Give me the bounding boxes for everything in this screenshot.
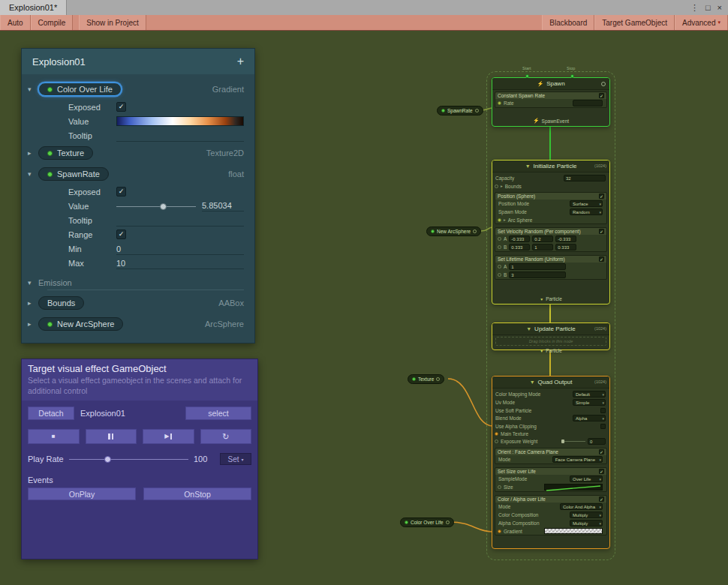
uv-mode-dropdown[interactable]: Simple▾ — [573, 399, 606, 406]
context-toggle-icon[interactable] — [601, 82, 606, 86]
initialize-node-header[interactable]: ▼ Initialize Particle (1024) — [492, 160, 609, 172]
parameter-node-spawnrate[interactable]: SpawnRate — [437, 106, 483, 116]
capacity-field[interactable]: 32 — [564, 175, 606, 182]
color-over-life-pill[interactable]: Color Over Life — [38, 82, 122, 96]
close-icon[interactable]: × — [717, 0, 722, 15]
empty-block-dropzone[interactable]: Drag blocks in this node — [495, 337, 606, 346]
property-row-spawnrate[interactable]: ▾ SpawnRate float — [22, 164, 254, 184]
property-row-bounds[interactable]: ▸ Bounds AABox — [22, 292, 254, 314]
chevron-right-icon[interactable]: ▸ — [28, 149, 38, 157]
color-mode-dropdown[interactable]: Color And Alpha▾ — [560, 503, 603, 510]
tooltip-field[interactable] — [116, 130, 244, 142]
block-enabled-checkbox[interactable]: ✓ — [599, 229, 604, 234]
output-port[interactable] — [446, 520, 450, 524]
use-alpha-clipping-checkbox[interactable] — [600, 424, 606, 429]
chevron-down-icon[interactable]: ▾ — [28, 170, 38, 178]
rate-input-port[interactable] — [498, 101, 501, 105]
spawn-node-header[interactable]: ⚡ Spawn — [492, 78, 609, 90]
exposed-checkbox[interactable]: ✓ — [116, 102, 126, 112]
min-field[interactable]: 0 — [116, 243, 244, 255]
block-enabled-checkbox[interactable]: ✓ — [599, 496, 604, 502]
spawn-context-node[interactable]: ⚡ Spawn Constant Spawn Rate ✓ Rate ⚡ Spa — [492, 77, 610, 127]
color-composition-dropdown[interactable]: Multiply▾ — [570, 512, 603, 518]
update-context-node[interactable]: ▼ Update Particle (1024) Drag blocks in … — [492, 322, 610, 350]
blackboard-toggle-button[interactable]: Blackboard — [542, 15, 594, 30]
initialize-output-pin[interactable]: ▼ Particle — [492, 295, 609, 304]
chevron-right-icon[interactable]: ▸ — [28, 299, 38, 307]
detach-button[interactable]: Detach — [28, 406, 74, 420]
rate-field[interactable] — [573, 100, 603, 106]
max-field[interactable]: 10 — [116, 257, 244, 269]
auto-button[interactable]: Auto — [0, 15, 31, 30]
play-rate-slider[interactable] — [69, 454, 188, 464]
property-row-new-arcsphere[interactable]: ▸ New ArcSphere ArcSphere — [22, 314, 254, 334]
compile-button[interactable]: Compile — [31, 15, 74, 30]
step-button[interactable]: ▶ — [143, 429, 194, 444]
parameter-node-color-over-life[interactable]: Color Over Life — [400, 518, 454, 527]
arcsphere-input-port[interactable] — [498, 218, 501, 222]
set-velocity-random-block[interactable]: Set Velocity Random (Per component) ✓ A … — [495, 227, 607, 252]
output-node-header[interactable]: ▼ Quad Output (1024) — [492, 376, 609, 388]
pause-button[interactable] — [86, 429, 137, 444]
onstop-button[interactable]: OnStop — [143, 488, 251, 500]
set-lifetime-random-block[interactable]: Set Lifetime Random (Uniform) ✓ A 1 B 3 — [495, 255, 607, 280]
property-row-color-over-life[interactable]: ▾ Color Over Life Gradient — [22, 79, 254, 100]
exposed-checkbox[interactable]: ✓ — [116, 187, 126, 196]
update-node-header[interactable]: ▼ Update Particle (1024) — [492, 323, 609, 335]
graph-canvas[interactable]: Start Stop ⚡ Spawn Constant Spawn Rate ✓… — [0, 31, 728, 585]
output-port[interactable] — [473, 230, 477, 233]
velocity-a-port[interactable] — [498, 237, 501, 241]
lifetime-a-field[interactable]: 1 — [509, 263, 566, 270]
start-pin[interactable] — [525, 74, 529, 78]
lifetime-b-port[interactable] — [498, 273, 501, 277]
velocity-a-y-field[interactable]: 0.2 — [532, 236, 553, 242]
spawnrate-slider[interactable] — [116, 201, 196, 212]
velocity-b-x-field[interactable]: 0.333 — [509, 244, 530, 250]
sample-mode-dropdown[interactable]: Over Life▾ — [570, 476, 603, 482]
gradient-field[interactable] — [544, 528, 603, 534]
spawnrate-value-field[interactable]: 5.85034 — [202, 201, 244, 212]
orient-mode-dropdown[interactable]: Face Camera Plane▾ — [552, 456, 603, 463]
bounds-port[interactable] — [495, 184, 498, 188]
main-texture-input-port[interactable] — [495, 432, 498, 436]
select-button[interactable]: select — [185, 406, 251, 420]
velocity-b-z-field[interactable]: 0.333 — [555, 244, 576, 250]
lifetime-b-field[interactable]: 3 — [509, 272, 566, 278]
target-gameobject-toggle-button[interactable]: Target GameObject — [594, 15, 675, 30]
color-alpha-over-life-block[interactable]: Color / Alpha over Life ✓ Mode Color And… — [495, 495, 607, 536]
slider-handle[interactable] — [104, 456, 111, 463]
position-sphere-block[interactable]: Position (Sphere) ✓ Position Mode Surfac… — [495, 192, 607, 224]
show-in-project-button[interactable]: Show in Project — [79, 15, 146, 30]
set-size-over-life-block[interactable]: Set Size over Life ✓ SampleMode Over Lif… — [495, 467, 607, 492]
update-output-pin[interactable]: ▼ Particle — [492, 348, 609, 355]
initialize-context-node[interactable]: ▼ Initialize Particle (1024) Capacity 32… — [492, 160, 610, 304]
new-arcsphere-pill[interactable]: New ArcSphere — [38, 317, 123, 331]
exposure-weight-slider[interactable] — [561, 439, 585, 444]
size-port[interactable] — [498, 485, 501, 489]
kebab-menu-icon[interactable]: ⋮ — [690, 0, 699, 15]
block-enabled-checkbox[interactable]: ✓ — [599, 449, 604, 454]
range-checkbox[interactable]: ✓ — [116, 230, 126, 239]
output-port[interactable] — [475, 109, 479, 112]
color-mapping-mode-dropdown[interactable]: Default▾ — [573, 391, 606, 398]
blend-mode-dropdown[interactable]: Alpha▾ — [573, 415, 606, 422]
advanced-dropdown-button[interactable]: Advanced▾ — [675, 15, 728, 30]
block-enabled-checkbox[interactable]: ✓ — [599, 93, 604, 98]
spawn-output-pin[interactable]: ⚡ SpawnEvent — [492, 116, 609, 126]
quad-output-context-node[interactable]: ▼ Quad Output (1024) Color Mapping Mode … — [492, 376, 610, 549]
blackboard-header[interactable]: Explosion01 + — [22, 49, 254, 74]
output-port[interactable] — [436, 377, 440, 381]
stop-pin[interactable] — [570, 74, 574, 78]
chevron-down-icon[interactable]: ▾ — [28, 86, 38, 93]
size-curve-field[interactable] — [544, 484, 603, 490]
velocity-a-x-field[interactable]: -0.333 — [509, 236, 530, 242]
spawn-mode-dropdown[interactable]: Random▾ — [570, 208, 603, 215]
block-enabled-checkbox[interactable]: ✓ — [599, 194, 604, 199]
slider-handle[interactable] — [160, 203, 167, 210]
velocity-a-z-field[interactable]: -0.333 — [555, 236, 576, 242]
alpha-composition-dropdown[interactable]: Multiply▾ — [570, 520, 603, 526]
block-enabled-checkbox[interactable]: ✓ — [599, 469, 604, 474]
parameter-node-new-arcsphere[interactable]: New ArcSphere — [426, 226, 481, 236]
block-enabled-checkbox[interactable]: ✓ — [599, 256, 604, 262]
exposure-weight-field[interactable]: 0 — [588, 438, 606, 445]
